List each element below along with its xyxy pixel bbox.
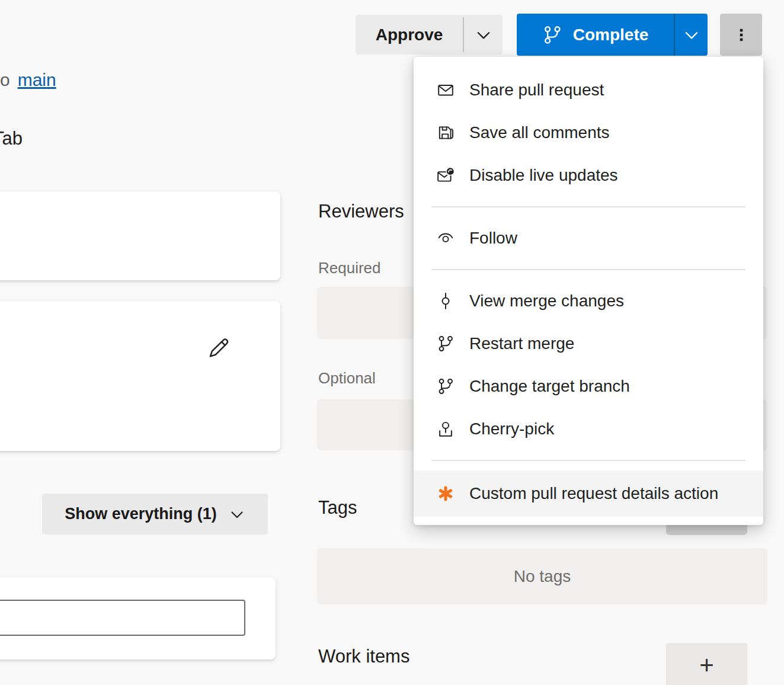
edit-pencil-icon [207,337,229,359]
menu-item-custom-pull-request-details-action[interactable]: Custom pull request details action [414,470,763,517]
menu-item-label: Share pull request [469,81,604,100]
menu-divider [431,460,745,461]
menu-item-label: Disable live updates [469,166,618,185]
complete-label: Complete [573,25,649,44]
comment-card [0,577,276,660]
breadcrumb: omain [0,70,56,90]
menu-item-label: Custom pull request details action [469,484,718,503]
cherry-pick-icon [437,420,455,438]
chevron-down-icon [475,26,492,44]
menu-divider [431,206,745,207]
tags-heading: Tags [318,497,357,518]
plus-icon: + [699,651,714,680]
approve-split-button: Approve [356,15,503,55]
menu-item-restart-merge[interactable]: Restart merge [414,322,763,365]
approve-button[interactable]: Approve [356,15,463,55]
work-items-heading: Work items [318,646,409,667]
show-everything-label: Show everything (1) [65,505,217,523]
save-icon [437,124,455,142]
reviewers-heading: Reviewers [318,201,404,222]
live-updates-icon [437,167,455,184]
comment-input[interactable] [0,600,245,636]
menu-item-share-pull-request[interactable]: Share pull request [414,69,763,111]
git-branch-icon [437,377,455,395]
chevron-down-icon [229,506,245,523]
git-branch-icon [437,335,455,353]
menu-item-disable-live-updates[interactable]: Disable live updates [414,154,763,197]
breadcrumb-fragment: o [0,70,10,89]
menu-divider [431,269,745,270]
menu-item-follow[interactable]: Follow [414,217,763,260]
commit-icon [437,292,455,310]
no-tags-text: No tags [514,567,571,586]
status-card [0,191,280,280]
follow-eye-icon [437,229,455,247]
mail-icon [437,81,455,99]
menu-item-label: Save all comments [469,123,610,142]
more-options-icon [732,26,750,44]
tab-label: Tab [0,128,23,149]
menu-item-label: Cherry-pick [469,420,554,438]
menu-item-save-all-comments[interactable]: Save all comments [414,111,763,154]
no-tags-box: No tags [317,548,767,604]
show-everything-dropdown[interactable]: Show everything (1) [42,494,268,534]
complete-button[interactable]: Complete [517,14,674,56]
complete-split-button: Complete [517,14,708,56]
target-branch-link[interactable]: main [18,70,56,89]
extension-asterisk-icon [437,485,455,502]
chevron-down-icon [683,26,700,44]
complete-dropdown-button[interactable] [675,14,708,56]
menu-item-label: Restart merge [469,334,574,353]
more-options-button[interactable] [720,14,762,56]
git-merge-icon [542,25,562,45]
more-options-menu: Share pull request Save all comments [414,57,763,525]
edit-description-button[interactable] [202,332,234,364]
menu-item-label: Follow [469,229,517,248]
menu-item-cherry-pick[interactable]: Cherry-pick [414,408,763,450]
optional-label: Optional [318,369,376,388]
add-work-item-button[interactable]: + [666,643,747,685]
approve-dropdown-button[interactable] [464,15,503,55]
required-label: Required [318,259,381,277]
menu-item-view-merge-changes[interactable]: View merge changes [414,280,763,322]
menu-item-label: Change target branch [469,377,630,396]
menu-item-label: View merge changes [469,292,624,311]
menu-item-change-target-branch[interactable]: Change target branch [414,365,763,408]
description-card [0,301,280,451]
